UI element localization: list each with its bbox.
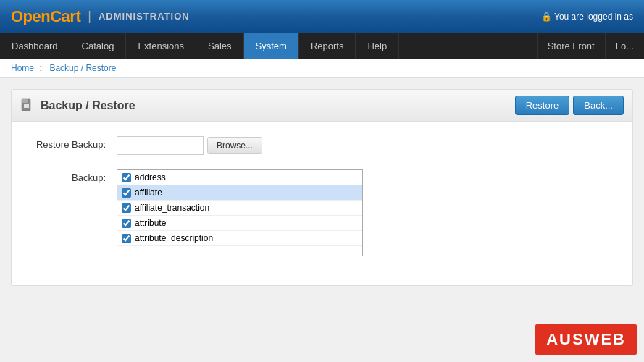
backup-item-checkbox[interactable]	[122, 219, 131, 228]
breadcrumb-home[interactable]: Home	[11, 63, 34, 73]
navbar-right: Store Front Lo...	[537, 33, 644, 59]
restore-button[interactable]: Restore	[515, 96, 570, 115]
admin-label: ADMINISTRATION	[99, 11, 190, 22]
nav-reports[interactable]: Reports	[299, 33, 356, 59]
document-icon	[20, 98, 35, 113]
panel-header: Backup / Restore Restore Back...	[12, 90, 632, 122]
backup-item-label: attribute	[135, 218, 166, 228]
backup-list-item[interactable]: address	[117, 170, 362, 185]
logo: OpenCart	[11, 7, 80, 26]
nav-dashboard[interactable]: Dashboard	[0, 33, 70, 59]
restore-backup-label: Restore Backup:	[22, 136, 117, 150]
svg-rect-1	[22, 99, 28, 103]
backup-list-item[interactable]: attribute	[117, 216, 362, 231]
browse-button[interactable]: Browse...	[207, 137, 262, 154]
backup-list-item[interactable]: attribute_description	[117, 231, 362, 246]
nav-system[interactable]: System	[244, 33, 299, 59]
backup-label: Backup:	[22, 169, 117, 183]
panel-title: Backup / Restore	[41, 99, 135, 112]
nav-logout[interactable]: Lo...	[605, 33, 644, 59]
backup-list-group: addressaffiliateaffiliate_transactionatt…	[117, 169, 622, 256]
watermark: AUSWEB	[535, 324, 637, 355]
backup-list-item[interactable]: affiliate	[117, 185, 362, 201]
backup-item-checkbox[interactable]	[122, 203, 131, 213]
backup-list[interactable]: addressaffiliateaffiliate_transactionatt…	[117, 169, 363, 256]
backup-item-label: affiliate_transaction	[135, 203, 209, 213]
header-logged-in: 🔒 You are logged in as	[541, 12, 633, 22]
restore-backup-controls: Browse...	[117, 136, 622, 155]
backup-item-label: affiliate	[135, 188, 162, 198]
breadcrumb: Home :: Backup / Restore	[0, 59, 644, 78]
backup-list-item[interactable]: affiliate_transaction	[117, 201, 362, 216]
panel-title-group: Backup / Restore	[20, 98, 135, 113]
header: OpenCart | ADMINISTRATION 🔒 You are logg…	[0, 0, 644, 33]
backup-button[interactable]: Back...	[573, 96, 624, 115]
nav-help[interactable]: Help	[356, 33, 399, 59]
backup-item-label: address	[135, 172, 166, 182]
backup-row: Backup: addressaffiliateaffiliate_transa…	[22, 169, 622, 256]
panel: Backup / Restore Restore Back... Restore…	[11, 89, 633, 286]
backup-item-checkbox[interactable]	[122, 234, 131, 243]
main-content: Backup / Restore Restore Back... Restore…	[0, 78, 644, 361]
backup-item-checkbox[interactable]	[122, 173, 131, 182]
breadcrumb-separator: ::	[39, 63, 46, 73]
backup-item-checkbox[interactable]	[122, 188, 131, 198]
admin-separator: |	[88, 9, 91, 24]
navbar: Dashboard Catalog Extensions Sales Syste…	[0, 33, 644, 59]
logo-open: Open	[11, 7, 50, 25]
file-input[interactable]	[117, 136, 204, 155]
nav-extensions[interactable]: Extensions	[126, 33, 196, 59]
logged-in-text: 🔒 You are logged in as	[541, 12, 633, 22]
form-area: Restore Backup: Browse... Backup: addres…	[12, 122, 632, 285]
breadcrumb-current[interactable]: Backup / Restore	[49, 63, 116, 73]
nav-sales[interactable]: Sales	[196, 33, 244, 59]
panel-buttons: Restore Back...	[515, 96, 624, 115]
nav-catalog[interactable]: Catalog	[70, 33, 127, 59]
nav-storefront[interactable]: Store Front	[537, 33, 605, 59]
backup-item-label: attribute_description	[135, 233, 213, 243]
restore-backup-row: Restore Backup: Browse...	[22, 136, 622, 155]
logo-cart: Cart	[50, 7, 80, 25]
